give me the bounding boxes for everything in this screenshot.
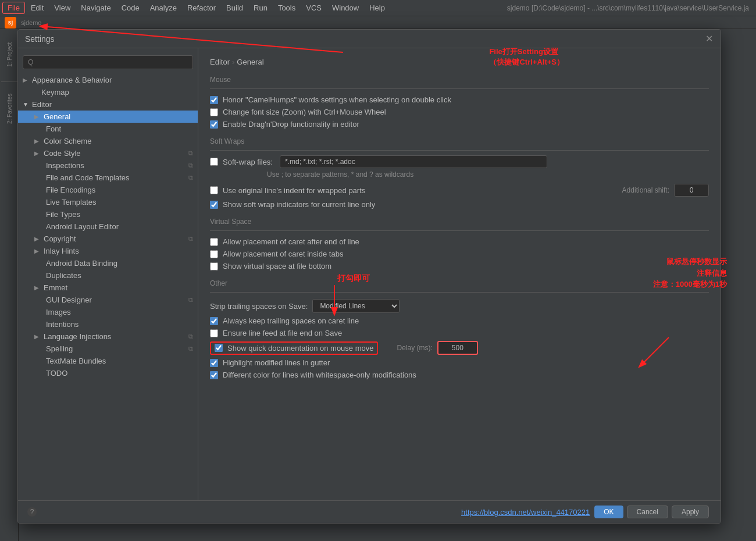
option-camel-humps[interactable]: Honor "CamelHumps" words settings when s… (210, 94, 709, 106)
tree-item-gui-designer[interactable]: GUI Designer ⧉ (18, 294, 198, 306)
checkbox-soft-wrap-indicators[interactable] (210, 201, 218, 209)
menu-vcs[interactable]: VCS (301, 2, 326, 13)
ok-button[interactable]: OK (594, 506, 623, 518)
tree-label-live-templates: Live Templates (46, 198, 96, 207)
option-ensure-line-feed[interactable]: Ensure line feed at file end on Save (210, 327, 709, 339)
copy-icon: ⧉ (188, 150, 193, 157)
bottom-link[interactable]: https://blog.csdn.net/weixin_44170221 (461, 508, 590, 517)
tree-item-todo[interactable]: TODO (18, 367, 198, 379)
additional-shift-label: Additional shift: (622, 186, 669, 194)
tree-item-duplicates[interactable]: Duplicates (18, 269, 198, 282)
tree-arrow-inlay: ▶ (34, 248, 41, 254)
tree-arrow-lang: ▶ (34, 333, 41, 340)
tree-label-file-encodings: File Encodings (46, 186, 95, 194)
delay-input[interactable] (437, 341, 478, 355)
menu-file[interactable]: File (2, 2, 25, 14)
sidebar-item-project[interactable]: 1: Project (1, 31, 17, 78)
checkbox-quick-doc[interactable] (215, 344, 223, 352)
main-layout: 1: Project 2: Favorites Settings ✕ ▶ App… (0, 29, 756, 541)
option-soft-wrap-indicators[interactable]: Show soft wrap indicators for current li… (210, 198, 709, 211)
tree-label-todo: TODO (46, 369, 67, 378)
menu-code[interactable]: Code (117, 2, 144, 13)
menu-help[interactable]: Help (365, 2, 390, 13)
checkbox-ensure-line-feed[interactable] (210, 329, 218, 337)
option-caret-after-end[interactable]: Allow placement of caret after end of li… (210, 236, 709, 248)
soft-wrap-input[interactable] (280, 155, 547, 168)
cancel-button[interactable]: Cancel (627, 506, 668, 518)
option-caret-inside-tabs[interactable]: Allow placement of caret inside tabs (210, 248, 709, 260)
option-original-indent[interactable]: Use original line's indent for wrapped p… (210, 182, 709, 198)
option-diff-whitespace[interactable]: Different color for lines with whitespac… (210, 369, 709, 381)
menu-edit[interactable]: Edit (26, 2, 48, 13)
copy-icon-gui: ⧉ (188, 296, 193, 304)
option-highlight-modified[interactable]: Highlight modified lines in gutter (210, 357, 709, 369)
menu-tools[interactable]: Tools (273, 2, 300, 13)
checkbox-camel-humps[interactable] (210, 96, 218, 104)
option-virtual-space-bottom[interactable]: Show virtual space at file bottom (210, 260, 709, 272)
tree-label-editor: Editor (32, 100, 52, 109)
tree-item-appearance[interactable]: ▶ Appearance & Behavior (18, 74, 198, 86)
checkbox-caret-inside-tabs[interactable] (210, 250, 218, 258)
tree-item-lang-injections[interactable]: ▶ Language Injections ⧉ (18, 330, 198, 343)
menu-navigate[interactable]: Navigate (76, 2, 115, 13)
tree-item-inlay-hints[interactable]: ▶ Inlay Hints (18, 245, 198, 257)
close-button[interactable]: ✕ (704, 34, 714, 44)
menu-view[interactable]: View (49, 2, 75, 13)
tree-item-copyright[interactable]: ▶ Copyright ⧉ (18, 233, 198, 245)
tree-item-live-templates[interactable]: Live Templates (18, 196, 198, 208)
checkbox-caret-after-end[interactable] (210, 238, 218, 246)
help-button[interactable]: ? (27, 507, 37, 517)
menu-refactor[interactable]: Refactor (183, 2, 220, 13)
tree-item-android-layout[interactable]: Android Layout Editor (18, 220, 198, 233)
checkbox-diff-whitespace[interactable] (210, 371, 218, 379)
tree-label-general: General (44, 112, 70, 121)
project-path: sjdemo [D:\Code\sjdemo] - ...\src\com\my… (507, 4, 754, 12)
option-font-zoom[interactable]: Change font size (Zoom) with Ctrl+Mouse … (210, 106, 709, 118)
checkbox-virtual-space-bottom[interactable] (210, 262, 218, 270)
tree-item-intentions[interactable]: Intentions (18, 318, 198, 330)
sidebar-item-favorites[interactable]: 2: Favorites (1, 86, 17, 132)
checkbox-drag-drop[interactable] (210, 120, 218, 129)
checkbox-soft-wrap[interactable] (210, 158, 218, 166)
tree-item-file-encodings[interactable]: File Encodings (18, 184, 198, 196)
additional-shift-input[interactable] (674, 184, 709, 197)
tree-item-keymap[interactable]: Keymap (18, 86, 198, 98)
tree-item-color-scheme[interactable]: ▶ Color Scheme (18, 135, 198, 147)
tree-label-color-scheme: Color Scheme (44, 137, 91, 145)
tree-item-general[interactable]: ▶ General (18, 111, 198, 123)
copy-icon-spelling: ⧉ (188, 345, 193, 353)
tree-item-spelling[interactable]: Spelling ⧉ (18, 343, 198, 355)
checkbox-original-indent[interactable] (210, 186, 218, 194)
settings-content: Editor › General Mouse Honor "CamelHumps… (198, 48, 721, 500)
option-keep-trailing[interactable]: Always keep trailing spaces on caret lin… (210, 315, 709, 327)
dialog-title: Settings (25, 34, 704, 44)
tree-label-gui-designer: GUI Designer (46, 296, 92, 304)
checkbox-highlight-modified[interactable] (210, 359, 218, 367)
label-highlight-modified: Highlight modified lines in gutter (223, 358, 330, 367)
tree-item-inspections[interactable]: Inspections ⧉ (18, 159, 198, 172)
tree-label-android-layout: Android Layout Editor (46, 222, 119, 231)
tree-item-emmet[interactable]: ▶ Emmet (18, 282, 198, 294)
tree-label-file-types: File Types (46, 210, 80, 219)
apply-button[interactable]: Apply (672, 506, 709, 518)
label-font-zoom: Change font size (Zoom) with Ctrl+Mouse … (223, 108, 386, 116)
tree-item-file-types[interactable]: File Types (18, 208, 198, 220)
option-drag-drop[interactable]: Enable Drag'n'Drop functionality in edit… (210, 118, 709, 130)
tree-item-android-data[interactable]: Android Data Binding (18, 257, 198, 269)
tree-item-textmate[interactable]: TextMate Bundles (18, 355, 198, 367)
menu-run[interactable]: Run (249, 2, 272, 13)
menu-analyze[interactable]: Analyze (145, 2, 181, 13)
tree-label-inlay-hints: Inlay Hints (44, 247, 79, 255)
tree-item-editor[interactable]: ▼ Editor (18, 98, 198, 111)
tree-item-images[interactable]: Images (18, 306, 198, 318)
tree-item-code-style[interactable]: ▶ Code Style ⧉ (18, 147, 198, 159)
search-input[interactable] (23, 55, 193, 69)
dialog-titlebar: Settings ✕ (18, 30, 721, 48)
menu-build[interactable]: Build (222, 2, 248, 13)
checkbox-keep-trailing[interactable] (210, 317, 218, 325)
tree-item-font[interactable]: Font (18, 123, 198, 135)
strip-trailing-dropdown[interactable]: None Modified Lines All (312, 299, 400, 313)
menu-window[interactable]: Window (327, 2, 363, 13)
checkbox-font-zoom[interactable] (210, 108, 218, 116)
tree-item-file-templates[interactable]: File and Code Templates ⧉ (18, 172, 198, 184)
